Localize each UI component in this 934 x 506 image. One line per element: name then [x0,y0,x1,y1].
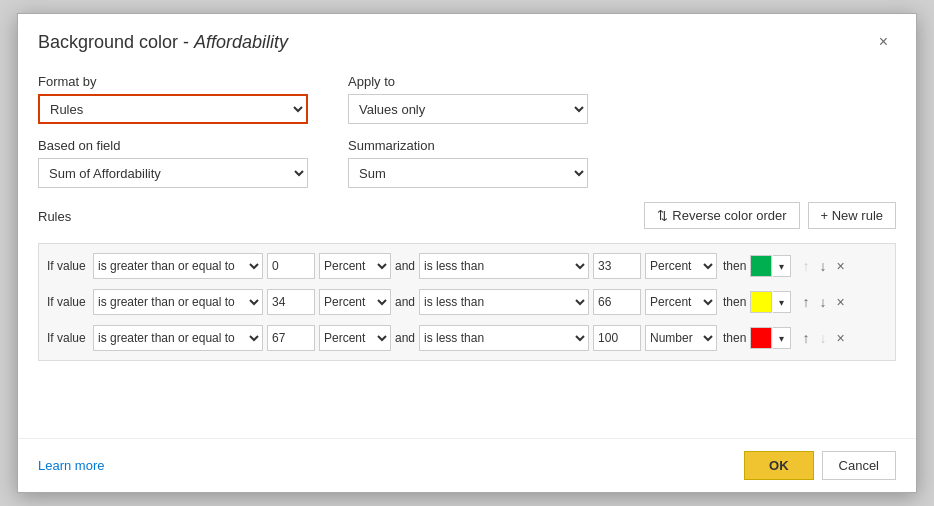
color-dropdown-1[interactable]: ▾ [773,255,791,277]
if-value-label-2: If value [47,295,89,309]
form-row-1: Format by Rules Color scale Gradient App… [38,74,896,124]
based-on-field-select[interactable]: Sum of Affordability [38,158,308,188]
delete-rule-button-1[interactable]: × [833,257,847,275]
format-by-group: Format by Rules Color scale Gradient [38,74,308,124]
value-input-2b[interactable] [593,289,641,315]
value-input-3a[interactable] [267,325,315,351]
if-value-label-3: If value [47,331,89,345]
color-swatch-3[interactable] [750,327,772,349]
condition-select-3[interactable]: is greater than or equal to is less than… [93,325,263,351]
footer-buttons: OK Cancel [744,451,896,480]
then-label-1: then [723,259,746,273]
learn-more-link[interactable]: Learn more [38,458,104,473]
move-down-button-3[interactable]: ↓ [816,329,829,347]
rules-container: If value is greater than or equal to is … [38,243,896,361]
color-swatch-2[interactable] [750,291,772,313]
close-button[interactable]: × [871,30,896,54]
and-label-3: and [395,331,415,345]
condition2-select-3[interactable]: is less than is greater than or equal to… [419,325,589,351]
apply-to-select[interactable]: Values only Header Total [348,94,588,124]
move-up-button-2[interactable]: ↑ [799,293,812,311]
move-down-button-2[interactable]: ↓ [816,293,829,311]
based-on-field-group: Based on field Sum of Affordability [38,138,308,188]
reverse-color-order-button[interactable]: ⇅ Reverse color order [644,202,799,229]
then-label-2: then [723,295,746,309]
unit-select-3a[interactable]: Percent Number [319,325,391,351]
unit-select-2a[interactable]: Percent Number [319,289,391,315]
rule-actions-1: ↑ ↓ × [799,257,847,275]
reverse-icon: ⇅ [657,208,668,223]
condition2-select-1[interactable]: is less than is greater than or equal to… [419,253,589,279]
delete-rule-button-3[interactable]: × [833,329,847,347]
background-color-dialog: Background color - Affordability × Forma… [17,13,917,493]
unit-select-1a[interactable]: Percent Number [319,253,391,279]
condition-select-2[interactable]: is greater than or equal to is less than… [93,289,263,315]
color-picker-3[interactable]: ▾ [750,327,791,349]
and-label-2: and [395,295,415,309]
unit-select-2b[interactable]: Percent Number [645,289,717,315]
value-input-2a[interactable] [267,289,315,315]
rules-section-label: Rules [38,209,71,224]
title-bar: Background color - Affordability × [18,14,916,62]
summarization-label: Summarization [348,138,588,153]
format-by-select[interactable]: Rules Color scale Gradient [38,94,308,124]
move-up-button-1[interactable]: ↑ [799,257,812,275]
color-dropdown-3[interactable]: ▾ [773,327,791,349]
ok-button[interactable]: OK [744,451,814,480]
table-row: If value is greater than or equal to is … [43,286,891,318]
color-dropdown-2[interactable]: ▾ [773,291,791,313]
value-input-1b[interactable] [593,253,641,279]
summarization-group: Summarization Sum Average Min Max [348,138,588,188]
unit-select-1b[interactable]: Percent Number [645,253,717,279]
table-row: If value is greater than or equal to is … [43,322,891,354]
format-by-label: Format by [38,74,308,89]
new-rule-button[interactable]: + New rule [808,202,897,229]
form-row-2: Based on field Sum of Affordability Summ… [38,138,896,188]
summarization-select[interactable]: Sum Average Min Max [348,158,588,188]
color-picker-2[interactable]: ▾ [750,291,791,313]
reverse-color-order-label: Reverse color order [672,208,786,223]
rules-toolbar: ⇅ Reverse color order + New rule [644,202,896,229]
apply-to-group: Apply to Values only Header Total [348,74,588,124]
value-input-3b[interactable] [593,325,641,351]
new-rule-label: + New rule [821,208,884,223]
based-on-field-label: Based on field [38,138,308,153]
and-label-1: and [395,259,415,273]
move-up-button-3[interactable]: ↑ [799,329,812,347]
rule-actions-3: ↑ ↓ × [799,329,847,347]
color-swatch-1[interactable] [750,255,772,277]
dialog-footer: Learn more OK Cancel [18,438,916,492]
unit-select-3b[interactable]: Number Percent [645,325,717,351]
apply-to-label: Apply to [348,74,588,89]
table-row: If value is greater than or equal to is … [43,250,891,282]
color-picker-1[interactable]: ▾ [750,255,791,277]
dialog-content: Format by Rules Color scale Gradient App… [18,62,916,373]
cancel-button[interactable]: Cancel [822,451,896,480]
rule-actions-2: ↑ ↓ × [799,293,847,311]
move-down-button-1[interactable]: ↓ [816,257,829,275]
condition-select-1[interactable]: is greater than or equal to is less than… [93,253,263,279]
value-input-1a[interactable] [267,253,315,279]
then-label-3: then [723,331,746,345]
dialog-title: Background color - Affordability [38,32,288,53]
condition2-select-2[interactable]: is less than is greater than or equal to… [419,289,589,315]
delete-rule-button-2[interactable]: × [833,293,847,311]
if-value-label-1: If value [47,259,89,273]
